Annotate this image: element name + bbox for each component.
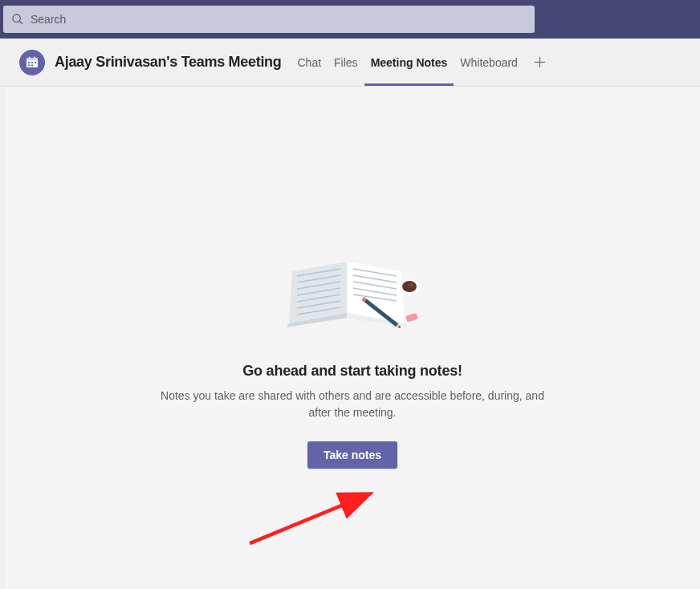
svg-rect-9 [28, 64, 30, 66]
add-tab-button[interactable] [524, 56, 556, 68]
svg-marker-14 [347, 262, 405, 323]
calendar-icon [19, 50, 45, 75]
svg-rect-4 [29, 56, 31, 59]
tab-whiteboard[interactable]: Whiteboard [454, 39, 524, 86]
topbar [0, 0, 700, 39]
svg-rect-36 [405, 313, 418, 322]
tab-files[interactable]: Files [328, 39, 364, 86]
meeting-header: Ajaay Srinivasan's Teams Meeting Chat Fi… [0, 39, 700, 87]
svg-point-0 [13, 14, 20, 22]
svg-point-31 [409, 283, 413, 286]
search-field[interactable] [31, 13, 527, 26]
search-input[interactable] [3, 6, 535, 33]
empty-state: Go ahead and start taking notes! Notes y… [152, 255, 553, 469]
take-notes-button[interactable]: Take notes [307, 441, 397, 469]
tab-meeting-notes[interactable]: Meeting Notes [364, 39, 454, 86]
svg-rect-5 [35, 56, 36, 59]
svg-rect-3 [26, 58, 38, 60]
empty-description: Notes you take are shared with others an… [152, 388, 553, 420]
empty-title: Go ahead and start taking notes! [152, 363, 553, 380]
meeting-title: Ajaay Srinivasan's Teams Meeting [55, 54, 281, 71]
tabs: Chat Files Meeting Notes Whiteboard [291, 39, 555, 86]
svg-rect-7 [31, 62, 33, 63]
notebook-illustration [284, 255, 421, 343]
svg-rect-8 [35, 62, 36, 63]
svg-point-30 [402, 281, 417, 292]
svg-rect-6 [28, 62, 30, 63]
content-area: Go ahead and start taking notes! Notes y… [5, 87, 700, 589]
plus-icon [534, 56, 546, 68]
svg-rect-10 [31, 64, 33, 66]
search-icon [11, 13, 24, 26]
svg-line-1 [19, 21, 22, 24]
tab-chat[interactable]: Chat [291, 39, 328, 86]
